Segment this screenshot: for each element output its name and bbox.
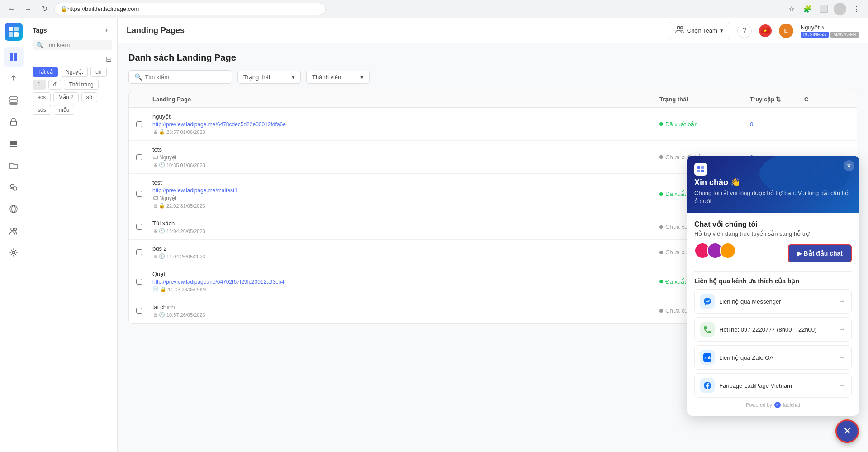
tag-chip-sds[interactable]: sds [33,105,51,115]
sidebar-grid-button[interactable] [4,90,24,110]
hotline-label: Hotline: 097 2220777 (8h00 – 22h00) [719,326,816,333]
svg-rect-13 [10,146,17,147]
split-view-button[interactable]: ⬜ [817,3,830,15]
access-count[interactable]: 0 [750,121,804,128]
lp-url[interactable]: http://preview.ladipage.me/64702f67f29fc… [152,279,659,285]
row-checkbox[interactable] [136,279,142,285]
reload-button[interactable]: ↻ [38,3,51,15]
sidebar-landing-pages-button[interactable] [4,47,24,67]
table-row: nguyệt http://preview.ladipage.me/6478cd… [129,108,857,141]
address-bar[interactable]: 🔒 https://builder.ladipage.com [54,3,326,15]
zalo-contact-option[interactable]: Zalo Liên hệ qua Zalo OA → [694,345,852,370]
lp-search-box[interactable]: 🔍 [128,70,232,84]
phone-contact-option[interactable]: Hotline: 097 2220777 (8h00 – 22h00) → [694,317,852,342]
filter-icon[interactable]: ⊟ [106,55,112,63]
tag-chip-so[interactable]: sở [81,92,97,102]
sidebar-widgets-button[interactable] [4,177,24,197]
sidebar-export-button[interactable] [4,69,24,89]
browser-profile-button[interactable] [834,3,846,15]
tag-chip-scs[interactable]: scs [33,92,51,102]
lp-name: tài chính [152,304,659,310]
row-checkbox[interactable] [136,121,142,127]
row-checkbox[interactable] [136,154,142,160]
row-checkbox-cell[interactable] [136,279,152,285]
status-dot-gray [659,225,663,229]
lp-url[interactable]: http://preview.ladipage.me/6478cdec5d22e… [152,121,659,128]
ladipage-icon [694,163,707,176]
user-info[interactable]: Nguyệt ∧ BUSINESS MANAGER [801,24,859,38]
member-filter[interactable]: Thành viên ▾ [306,71,370,84]
flag-button[interactable]: 🇻🇳 [759,24,772,37]
float-close-button[interactable]: ✕ [835,419,859,443]
row-checkbox-cell[interactable] [136,249,152,255]
sidebar-globe-button[interactable] [4,199,24,219]
sidebar-stack-button[interactable] [4,134,24,154]
user-name: Nguyệt [801,24,820,31]
add-tag-button[interactable]: + [102,25,112,35]
tag-icon: 🏷 [152,154,158,161]
sidebar-folder-button[interactable] [4,156,24,176]
row-checkbox-cell[interactable] [136,224,152,230]
lp-info: Quạt http://preview.ladipage.me/64702f67… [152,271,659,292]
tag-chip-dd[interactable]: dd [90,67,106,77]
chat-subtitle: Chúng tôi rất vui lòng được hỗ trợ bạn. … [694,189,852,205]
start-chat-button[interactable]: ▶ Bắt đầu chat [788,244,852,262]
tag-chip-nguyet[interactable]: Nguyệt [61,67,88,77]
chat-close-button[interactable]: ✕ [844,160,854,171]
tag-chip-1[interactable]: 1 [33,80,46,90]
lp-name: test [152,179,659,186]
tag-chip-mau[interactable]: mẫu [54,105,75,115]
sidebar-team-button[interactable] [4,221,24,241]
svg-text:Zalo: Zalo [704,356,711,360]
tag-chip-d[interactable]: đ [48,80,62,90]
forward-button[interactable]: → [22,3,34,15]
sidebar-store-button[interactable] [4,112,24,132]
row-checkbox-cell[interactable] [136,121,152,127]
tags-title: Tags [33,27,47,34]
browser-chrome: ← → ↻ 🔒 https://builder.ladipage.com ☆ 🧩… [0,0,868,18]
lp-meta: 🖥🔒23:57 01/06/2023 [152,129,659,135]
lp-meta: 🖥🕐10:57 26/05/2023 [152,312,659,318]
row-checkbox[interactable] [136,249,142,255]
chevron-down-icon: ▾ [720,27,723,34]
lp-url[interactable]: http://preview.ladipage.me/maitest1 [152,187,659,194]
row-checkbox-cell[interactable] [136,154,152,160]
fanpage-contact-option[interactable]: Fanpage LadiPage Vietnam → [694,373,852,398]
svg-rect-5 [14,53,17,57]
svg-point-15 [13,187,17,190]
svg-point-20 [12,251,15,254]
back-button[interactable]: ← [5,3,18,15]
filter-bar: 🔍 Trạng thái ▾ Thành viên ▾ [128,70,857,84]
row-checkbox-cell[interactable] [136,191,152,197]
url-text: https://builder.ladipage.com [67,5,139,12]
messenger-contact-option[interactable]: Liên hệ qua Messenger → [694,289,852,314]
sidebar-settings-button[interactable] [4,243,24,262]
tag-chip-thoitrang[interactable]: Thời trang [64,80,98,90]
svg-rect-6 [10,57,13,61]
svg-rect-12 [10,143,17,145]
more-options-button[interactable]: ⋮ [850,3,863,15]
status-filter[interactable]: Trạng thái ▾ [237,71,301,84]
tag-chip-all[interactable]: Tất cả [33,67,58,77]
lp-search-input[interactable] [145,74,226,81]
row-checkbox[interactable] [136,308,142,314]
status-chevron-icon: ▾ [292,74,295,81]
bookmark-star-button[interactable]: ☆ [785,3,797,15]
help-button[interactable]: ? [737,24,752,38]
tag-chip-mau2[interactable]: Mẫu 2 [53,92,79,102]
row-checkbox[interactable] [136,191,142,197]
svg-rect-1 [14,27,19,31]
tag-search-box[interactable]: 🔍 [33,40,112,50]
row-checkbox[interactable] [136,224,142,230]
row-checkbox-cell[interactable] [136,308,152,314]
tag-search-input[interactable] [45,42,108,48]
choose-team-button[interactable]: Chọn Team ▾ [669,22,730,39]
fanpage-arrow-icon: → [839,381,846,390]
app-logo[interactable] [5,23,23,41]
phone-icon [700,322,715,337]
extensions-button[interactable]: 🧩 [801,3,814,15]
lp-meta: 🖥🕐11:04 26/05/2023 [152,253,659,259]
lp-name: Quạt [152,271,659,277]
svg-rect-4 [10,53,13,57]
lp-info: nguyệt http://preview.ladipage.me/6478cd… [152,113,659,135]
